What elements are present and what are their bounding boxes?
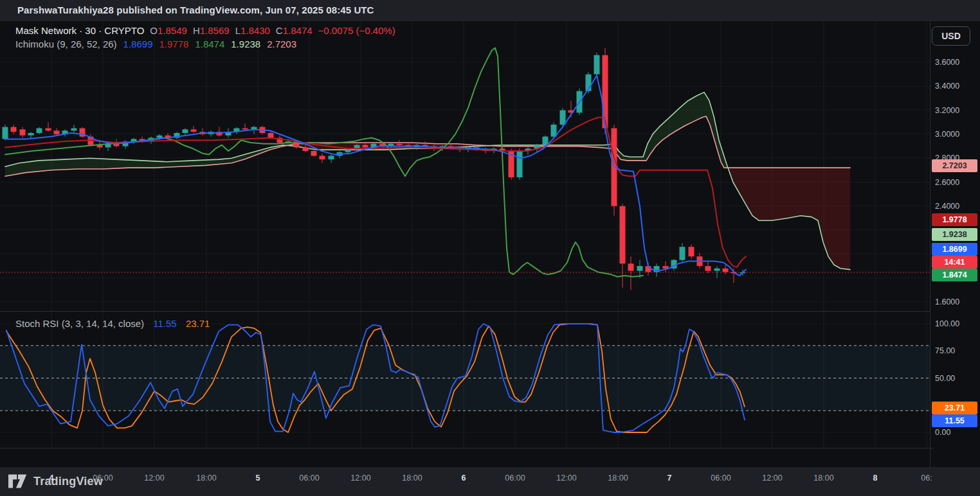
time-tick-label: 18:00 — [608, 474, 628, 483]
ohlc-c: C1.8474 — [276, 25, 313, 36]
time-tick-label: 12:00 — [762, 474, 782, 483]
time-tick-label: 18:00 — [196, 474, 216, 483]
price-badge-18699: 1.8699 — [932, 243, 977, 256]
ichimoku-value: 1.9778 — [159, 39, 189, 49]
stoch-name: Stoch RSI — [15, 318, 59, 329]
price-tick-label: 3.4000 — [935, 81, 959, 91]
time-tick-label: 06:00 — [505, 474, 525, 483]
price-badge-1441: 14:41 — [932, 256, 977, 269]
time-tick-label: 18:00 — [402, 474, 422, 483]
price-tick-label: 3.0000 — [935, 129, 959, 139]
time-tick-label: 4 — [50, 474, 54, 483]
symbol-title: Mask Network · 30 · CRYPTO — [15, 25, 144, 36]
stoch-tick-label: 75.00 — [935, 346, 955, 356]
time-tick-label: 06:00 — [299, 474, 319, 483]
time-tick-label: 06:00 — [93, 474, 113, 483]
time-tick-label: 6 — [462, 474, 466, 483]
stoch-k-value: 11.55 — [153, 318, 176, 329]
currency-toggle-button[interactable]: USD — [932, 26, 970, 46]
price-tick-label: 2.6000 — [935, 177, 959, 188]
publish-text: ParshwaTurakhiya28 published on TradingV… — [17, 4, 374, 15]
stoch-params: (3, 3, 14, 14, close) — [62, 318, 144, 329]
ichimoku-value: 1.8474 — [195, 39, 224, 49]
time-tick-label: 06: — [921, 474, 932, 483]
ichimoku-value: 1.8699 — [123, 39, 153, 49]
stoch-d-value: 23.71 — [186, 318, 210, 329]
ichimoku-value: 1.9238 — [231, 39, 260, 49]
ichimoku-value: 2.7203 — [267, 39, 296, 49]
ohlc-values: O1.8549H1.8569L1.8430C1.8474 — [144, 25, 312, 36]
chart-canvas[interactable] — [0, 21, 980, 467]
price-tick-label: 3.2000 — [935, 105, 959, 116]
chart-region: Mask Network · 30 · CRYPTOO1.8549H1.8569… — [0, 21, 980, 467]
publish-bar: ParshwaTurakhiya28 published on TradingV… — [0, 0, 980, 21]
stoch-badge-1155: 11.55 — [932, 414, 977, 427]
ichimoku-legend-row[interactable]: Ichimoku (9, 26, 52, 26)1.86991.97781.84… — [15, 39, 296, 49]
panel-separator — [0, 311, 930, 312]
time-tick-label: 7 — [667, 474, 672, 483]
stoch-badge-2371: 23.71 — [932, 402, 977, 414]
price-badge-18474: 1.8474 — [932, 269, 977, 281]
time-axis[interactable]: 406:0012:0018:00506:0012:0018:00606:0012… — [0, 469, 934, 488]
tradingview-snapshot: ParshwaTurakhiya28 published on TradingV… — [0, 0, 980, 496]
stoch-tick-label: 100.00 — [935, 319, 959, 329]
price-tick-label: 3.6000 — [935, 57, 959, 67]
change-value: −0.0075 (−0.40%) — [318, 25, 395, 36]
indicator-name: Ichimoku — [15, 39, 54, 49]
ichimoku-values: 1.86991.97781.84741.92382.7203 — [117, 39, 296, 49]
time-tick-label: 5 — [256, 474, 260, 483]
stoch-legend-row[interactable]: Stoch RSI (3, 3, 14, 14, close) 11.55 23… — [15, 318, 210, 329]
stoch-tick-label: 50.00 — [935, 373, 955, 384]
time-tick-label: 12:00 — [556, 474, 576, 483]
axis-separator-vertical — [930, 21, 930, 467]
ohlc-l: L1.8430 — [235, 25, 270, 36]
ohlc-o: O1.8549 — [150, 25, 187, 36]
timeaxis-separator — [0, 448, 934, 448]
price-badge-19238: 1.9238 — [932, 228, 977, 241]
price-badge-27203: 2.7203 — [932, 159, 977, 172]
indicator-params: (9, 26, 52, 26) — [57, 39, 116, 49]
time-tick-label: 06:00 — [711, 474, 730, 483]
time-tick-label: 8 — [873, 474, 878, 483]
time-tick-label: 18:00 — [813, 474, 833, 483]
price-tick-label: 2.4000 — [935, 201, 959, 211]
price-tick-label: 1.6000 — [935, 297, 959, 307]
time-tick-label: 12:00 — [350, 474, 370, 483]
ohlc-h: H1.8569 — [193, 25, 230, 36]
symbol-legend-row[interactable]: Mask Network · 30 · CRYPTOO1.8549H1.8569… — [15, 25, 395, 36]
stoch-tick-label: 0.00 — [935, 427, 950, 438]
price-badge-19778: 1.9778 — [932, 213, 977, 226]
time-tick-label: 12:00 — [144, 474, 164, 483]
